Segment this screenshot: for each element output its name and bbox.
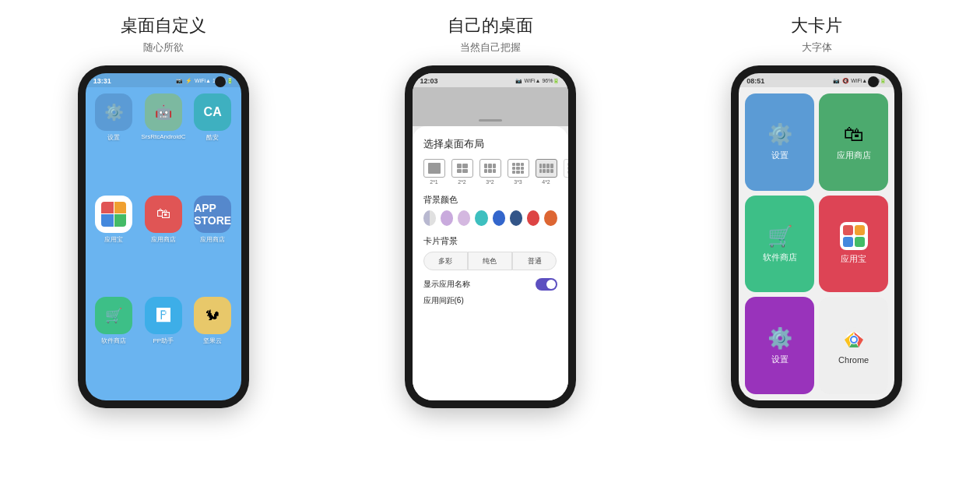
section1-subtitle: 随心所欲 <box>143 41 184 55</box>
color-circle-5[interactable] <box>510 210 522 226</box>
app-icon-jianguoyun: 🐿 <box>194 297 231 334</box>
app-label-yingyongbao: 应用宝 <box>104 235 123 244</box>
color-circles <box>423 210 557 226</box>
app-label-android: SrsRtcAndroidC <box>141 133 185 140</box>
time-1: 13:31 <box>93 77 111 85</box>
big-card-grid: ⚙️ 设置 🛍 应用商店 🛒 软件商店 <box>739 87 894 400</box>
app-grid-1: ⚙️ 设置 🤖 SrsRtcAndroidC CA 酷安 <box>86 87 241 400</box>
section2-subtitle: 当然自己把握 <box>460 41 521 55</box>
big-card-icon-settings: ⚙️ <box>767 122 792 146</box>
app-label-ppzhushou: PP助手 <box>153 337 174 345</box>
layout-panel-title: 选择桌面布局 <box>423 137 557 151</box>
app-item-android[interactable]: 🤖 SrsRtcAndroidC <box>141 93 185 191</box>
color-circle-3[interactable] <box>475 210 487 226</box>
layout-icon-2x1 <box>423 159 445 178</box>
svg-point-4 <box>852 337 856 342</box>
phone2-top-area <box>413 87 568 126</box>
big-card-label-settings: 设置 <box>771 150 789 161</box>
card-bg-label: 卡片背景 <box>423 235 557 247</box>
section-desktop-customize: 桌面自定义 随心所欲 13:31 📷 ⚡ WiFi▲ 100%🔋 ⚙️ 设置 <box>0 0 327 490</box>
layout-icon-3x3 <box>508 159 529 178</box>
section-big-card: 大卡片 大字体 08:51 📷 🔇 WiFi▲ 91%🔋 ⚙️ 设置 🛍 <box>653 0 980 490</box>
bottom-panel: 选择桌面布局 2*1 <box>413 126 568 400</box>
big-card-yingyongbao[interactable]: 应用宝 <box>819 196 888 293</box>
bg-color-label: 背景颜色 <box>423 194 557 206</box>
app-icon-kaoan: CA <box>194 93 231 131</box>
app-label-appstore1: 应用商店 <box>151 235 176 244</box>
big-card-appstore[interactable]: 🛍 应用商店 <box>819 93 888 191</box>
app-icon-appstore1: 🛍 <box>145 196 182 233</box>
card-bg-solid[interactable]: 纯色 <box>468 252 512 270</box>
status-icons-2: 📷 WiFi▲ 96%🔋 <box>515 78 560 84</box>
app-label-ruanjian: 软件商店 <box>101 337 126 345</box>
app-item-appstore1[interactable]: 🛍 应用商店 <box>141 196 185 293</box>
app-spacing-row: 应用间距(6) <box>423 295 557 306</box>
show-name-label: 显示应用名称 <box>423 279 470 290</box>
layout-label-3x2: 3*2 <box>486 179 494 185</box>
layout-label-4x2: 4*2 <box>542 179 550 185</box>
layout-opt-3x3[interactable]: 3*3 <box>508 159 529 185</box>
big-card-label-appstore: 应用商店 <box>837 150 871 161</box>
app-item-jianguoyun[interactable]: 🐿 坚果云 <box>191 297 235 394</box>
phone2-screen: 12:03 📷 WiFi▲ 96%🔋 选择桌面布局 <box>413 73 568 400</box>
section2-title: 自己的桌面 <box>448 14 533 37</box>
app-icon-ppzhushou: 🅿 <box>145 297 182 334</box>
app-item-ruanjian[interactable]: 🛒 软件商店 <box>92 297 136 394</box>
time-3: 08:51 <box>746 77 764 85</box>
show-name-toggle[interactable] <box>536 278 557 291</box>
camera-cutout-1 <box>215 76 226 87</box>
app-item-appstore2[interactable]: APPSTORE 应用商店 <box>191 196 235 293</box>
big-card-label-chrome: Chrome <box>838 355 869 365</box>
phone2-frame: 12:03 📷 WiFi▲ 96%🔋 选择桌面布局 <box>405 65 576 408</box>
color-circle-4[interactable] <box>493 210 505 226</box>
show-name-row: 显示应用名称 <box>423 278 557 291</box>
layout-opt-3x2[interactable]: 3*2 <box>479 159 501 185</box>
big-card-icon-chrome <box>841 327 866 352</box>
app-label-jianguoyun: 坚果云 <box>203 337 222 345</box>
app-item-yingyongbao[interactable]: 应用宝 <box>92 196 136 293</box>
big-card-icon-ruanjian: 🛒 <box>767 224 792 249</box>
phone1-frame: 13:31 📷 ⚡ WiFi▲ 100%🔋 ⚙️ 设置 🤖 SrsRtcAndr… <box>78 65 249 408</box>
big-card-settings2[interactable]: ⚙️ 设置 <box>745 297 814 394</box>
layout-icon-2x2 <box>451 159 473 178</box>
layout-opt-4x2[interactable]: 4*2 <box>536 159 557 185</box>
section-my-desktop: 自己的桌面 当然自己把握 12:03 📷 WiFi▲ 96%🔋 选择桌面布局 <box>327 0 654 490</box>
app-label-settings: 设置 <box>107 133 120 142</box>
section3-title: 大卡片 <box>791 14 842 37</box>
card-bg-options: 多彩 纯色 普通 <box>423 252 557 270</box>
layout-label-2x1: 2*1 <box>430 179 438 185</box>
color-circle-2[interactable] <box>458 210 470 226</box>
app-label-appstore2: 应用商店 <box>200 235 225 244</box>
status-bar-2: 12:03 📷 WiFi▲ 96%🔋 <box>413 73 568 87</box>
app-label-kaoan: 酷安 <box>206 133 219 142</box>
big-card-label-yingyongbao: 应用宝 <box>841 253 866 265</box>
phone1-screen: 13:31 📷 ⚡ WiFi▲ 100%🔋 ⚙️ 设置 🤖 SrsRtcAndr… <box>86 73 241 400</box>
color-circle-7[interactable] <box>544 210 557 226</box>
layout-opt-4x3[interactable]: 4*3 <box>564 159 568 185</box>
app-item-kaoan[interactable]: CA 酷安 <box>191 93 235 191</box>
color-circle-half[interactable] <box>423 210 436 226</box>
card-bg-normal[interactable]: 普通 <box>512 252 557 270</box>
time-2: 12:03 <box>420 77 438 85</box>
layout-icon-3x2 <box>479 159 501 178</box>
phone3-frame: 08:51 📷 🔇 WiFi▲ 91%🔋 ⚙️ 设置 🛍 应用商店 <box>731 65 902 408</box>
big-card-ruanjian[interactable]: 🛒 软件商店 <box>745 196 814 293</box>
color-circle-1[interactable] <box>441 210 453 226</box>
app-item-ppzhushou[interactable]: 🅿 PP助手 <box>141 297 185 394</box>
app-icon-ruanjian: 🛒 <box>95 297 132 334</box>
bottom-sheet-handle <box>479 119 502 122</box>
layout-opt-2x2[interactable]: 2*2 <box>451 159 473 185</box>
layout-label-3x3: 3*3 <box>514 179 522 185</box>
section3-subtitle: 大字体 <box>802 41 832 55</box>
big-card-icon-appstore: 🛍 <box>844 122 864 146</box>
layout-icon-4x2 <box>536 159 557 178</box>
big-card-chrome[interactable]: Chrome <box>819 297 888 394</box>
card-bg-colorful[interactable]: 多彩 <box>423 252 468 270</box>
big-card-label-ruanjian: 软件商店 <box>763 252 797 263</box>
layout-label-2x2: 2*2 <box>458 179 466 185</box>
big-card-label-settings2: 设置 <box>771 354 789 365</box>
big-card-settings[interactable]: ⚙️ 设置 <box>745 93 814 191</box>
layout-opt-2x1[interactable]: 2*1 <box>423 159 445 185</box>
app-item-settings[interactable]: ⚙️ 设置 <box>92 93 136 191</box>
color-circle-6[interactable] <box>527 210 539 226</box>
